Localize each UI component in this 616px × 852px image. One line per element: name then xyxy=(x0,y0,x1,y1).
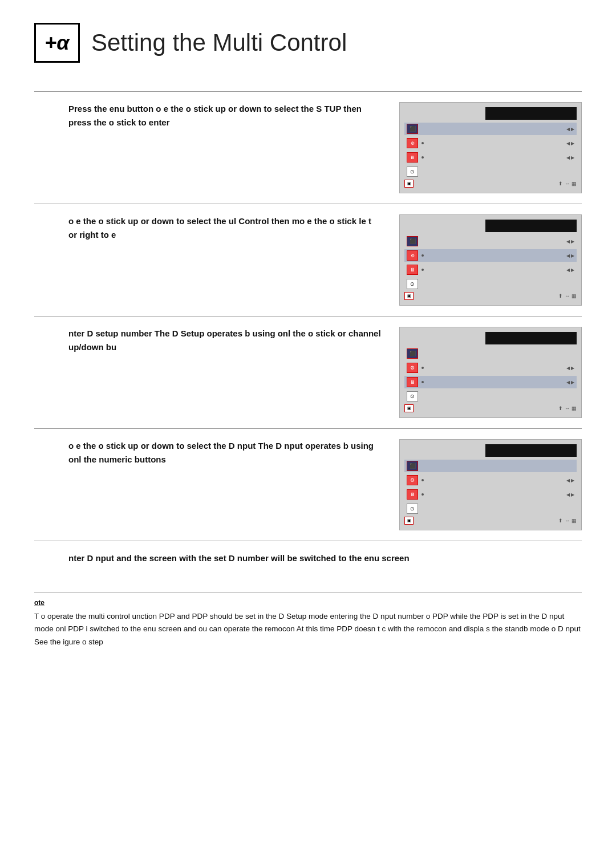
tv-icon-1: ⬛ xyxy=(407,124,418,134)
tv-bottom-icon-4: ▣ xyxy=(404,517,414,525)
note-label: ote xyxy=(34,599,582,607)
tv-row-2-1: ⬛ ◀ ▶ xyxy=(404,235,577,248)
tv-bottom-bar-2: ▣ ⬆ ↔ ▦ xyxy=(404,291,577,301)
step-1: Press the enu button o e the o stick up … xyxy=(34,91,582,204)
step-3-image: ⬛ ⚙ ◀ ▶ 🖥 xyxy=(399,327,582,418)
tv-black-bar xyxy=(485,107,577,120)
tv-menu-area-2: ⬛ ◀ ▶ ⚙ ◀ ▶ xyxy=(404,235,577,301)
steps-container: Press the enu button o e the o stick up … xyxy=(34,91,582,575)
tv-icon-4-1: ⬛ xyxy=(407,461,418,471)
tv-icon-3-4: ⊙ xyxy=(407,391,418,401)
tv-row-4-2: ⚙ ◀ ▶ xyxy=(404,474,577,486)
tv-black-bar-2 xyxy=(485,220,577,232)
tv-row-2: ⚙ ◀ ▶ xyxy=(404,137,577,149)
alpha-icon: +α xyxy=(34,23,80,63)
tv-icon-2-1: ⬛ xyxy=(407,236,418,246)
step-5: nter D nput and the screen with the set … xyxy=(34,541,582,575)
step-4-image: ⬛ ⚙ ◀ ▶ 🖥 xyxy=(399,439,582,530)
tv-row-4-3: 🖥 ◀ ▶ xyxy=(404,488,577,501)
tv-row-4: ⊙ xyxy=(404,165,577,178)
tv-icon-2-4: ⊙ xyxy=(407,279,418,289)
tv-bottom-icon-3: ▣ xyxy=(404,404,414,412)
step-5-text: nter D nput and the screen with the set … xyxy=(34,551,582,565)
tv-menu-area-3: ⬛ ⚙ ◀ ▶ 🖥 xyxy=(404,347,577,413)
step-2: o e the o stick up or down to select the… xyxy=(34,204,582,316)
tv-icon-2: ⚙ xyxy=(407,138,418,148)
tv-row-3-1: ⬛ xyxy=(404,347,577,360)
step-3: nter D setup number The D Setup operates… xyxy=(34,316,582,428)
tv-icon-3-1: ⬛ xyxy=(407,348,418,359)
note-section: ote T o operate the multi control unctio… xyxy=(34,593,582,648)
step-1-image: ⬛ ◀ ▶ ⚙ ◀ ▶ xyxy=(399,102,582,193)
page-header: +α Setting the Multi Control xyxy=(34,23,582,63)
step-4-text: o e the o stick up or down to select the… xyxy=(34,439,399,466)
tv-row-3-4: ⊙ xyxy=(404,390,577,403)
tv-bottom-bar: ▣ ⬆ ↔ ▦ xyxy=(404,179,577,188)
tv-row-2-4: ⊙ xyxy=(404,278,577,290)
page-title: Setting the Multi Control xyxy=(91,29,347,56)
tv-row-3-2: ⚙ ◀ ▶ xyxy=(404,362,577,374)
tv-row-3-3: 🖥 ◀ ▶ xyxy=(404,376,577,388)
tv-row-4-4: ⊙ xyxy=(404,502,577,515)
step-2-image: ⬛ ◀ ▶ ⚙ ◀ ▶ xyxy=(399,214,582,306)
tv-row-3: 🖥 ◀ ▶ xyxy=(404,151,577,164)
tv-icon-3-3: 🖥 xyxy=(407,377,418,387)
tv-icon-4: ⊙ xyxy=(407,167,418,177)
tv-bottom-bar-3: ▣ ⬆ ↔ ▦ xyxy=(404,404,577,413)
step-2-text: o e the o stick up or down to select the… xyxy=(34,214,399,242)
tv-menu-area-4: ⬛ ⚙ ◀ ▶ 🖥 xyxy=(404,460,577,525)
tv-bottom-icon: ▣ xyxy=(404,180,414,188)
tv-menu-area: ⬛ ◀ ▶ ⚙ ◀ ▶ xyxy=(404,123,577,188)
tv-row-2-2: ⚙ ◀ ▶ xyxy=(404,249,577,262)
step-3-text: nter D setup number The D Setup operates… xyxy=(34,327,399,354)
tv-bottom-bar-4: ▣ ⬆ ↔ ▦ xyxy=(404,516,577,525)
tv-bottom-icon-2: ▣ xyxy=(404,292,414,300)
tv-icon-4-3: 🖥 xyxy=(407,489,418,500)
tv-icon-3: 🖥 xyxy=(407,152,418,163)
step-1-text: Press the enu button o e the o stick up … xyxy=(34,102,399,129)
tv-icon-3-2: ⚙ xyxy=(407,363,418,373)
tv-black-bar-3 xyxy=(485,332,577,344)
tv-icon-2-2: ⚙ xyxy=(407,250,418,261)
tv-icon-4-2: ⚙ xyxy=(407,475,418,485)
tv-icon-4-4: ⊙ xyxy=(407,504,418,514)
tv-row-4-1: ⬛ xyxy=(404,460,577,472)
tv-icon-2-3: 🖥 xyxy=(407,265,418,275)
tv-row-1: ⬛ ◀ ▶ xyxy=(404,123,577,135)
tv-row-2-3: 🖥 ◀ ▶ xyxy=(404,263,577,276)
tv-black-bar-4 xyxy=(485,444,577,457)
step-4: o e the o stick up or down to select the… xyxy=(34,428,582,541)
note-text: T o operate the multi control unction PD… xyxy=(34,610,582,648)
